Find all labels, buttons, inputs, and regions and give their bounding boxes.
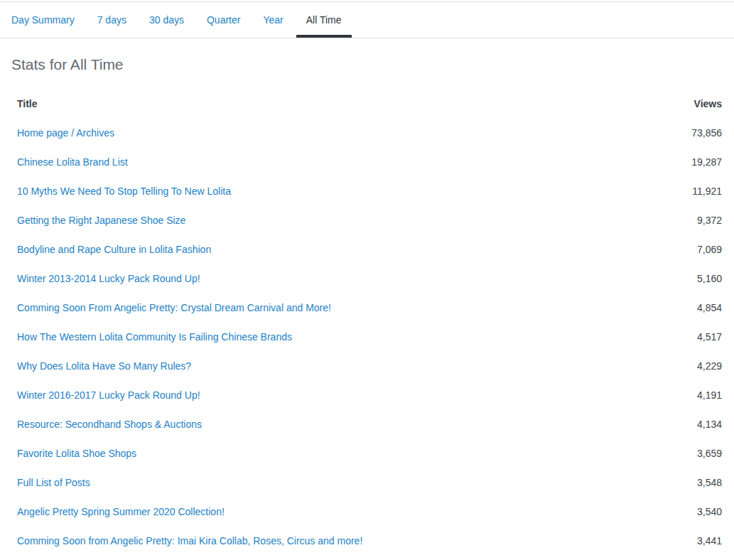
views-cell: 7,069: [649, 235, 734, 264]
column-header-title: Title: [0, 89, 649, 118]
post-title-cell: Favorite Lolita Shoe Shops: [0, 438, 649, 468]
post-title-cell: Full List of Posts: [0, 468, 649, 497]
post-title-cell: Comming Soon From Angelic Pretty: Crysta…: [0, 293, 649, 322]
tab-30-days[interactable]: 30 days: [138, 2, 195, 38]
views-cell: 4,134: [649, 409, 734, 438]
table-row: Bodyline and Rape Culture in Lolita Fash…: [0, 235, 734, 264]
views-value: 4,134: [697, 419, 722, 430]
views-value: 4,854: [697, 302, 722, 313]
table-row: Why Does Lolita Have So Many Rules?4,229: [0, 351, 734, 380]
views-value: 4,229: [697, 360, 722, 372]
post-title-cell: Winter 2016-2017 Lucky Pack Round Up!: [0, 380, 649, 409]
table-row: How The Western Lolita Community Is Fail…: [0, 322, 734, 351]
post-title-cell: Chinese Lolita Brand List: [0, 147, 649, 176]
views-cell: 73,856: [649, 118, 734, 147]
table-row: 10 Myths We Need To Stop Telling To New …: [0, 176, 734, 205]
views-cell: 11,921: [649, 176, 734, 205]
post-title-cell: Resource: Secondhand Shops & Auctions: [0, 409, 649, 438]
page-title: Stats for All Time: [11, 55, 734, 75]
table-row: Home page / Archives73,856: [0, 118, 734, 147]
table-row: Angelic Pretty Spring Summer 2020 Collec…: [0, 497, 734, 526]
tab-year[interactable]: Year: [252, 2, 294, 38]
views-cell: 3,548: [649, 468, 734, 497]
views-value: 3,441: [697, 535, 722, 546]
views-value: 19,287: [691, 156, 722, 168]
post-link[interactable]: Favorite Lolita Shoe Shops: [17, 448, 136, 459]
views-value: 3,659: [697, 448, 722, 459]
tab-day-summary[interactable]: Day Summary: [0, 2, 86, 38]
post-title-cell: Winter 2013-2014 Lucky Pack Round Up!: [0, 264, 649, 293]
post-title-cell: Bodyline and Rape Culture in Lolita Fash…: [0, 235, 649, 264]
views-cell: 4,229: [649, 351, 734, 380]
post-link[interactable]: Bodyline and Rape Culture in Lolita Fash…: [17, 244, 211, 255]
post-link[interactable]: Resource: Secondhand Shops & Auctions: [17, 419, 202, 430]
table-row: Full List of Posts3,548: [0, 468, 734, 497]
tab-all-time[interactable]: All Time: [295, 2, 353, 38]
post-link[interactable]: Getting the Right Japanese Shoe Size: [17, 215, 185, 226]
post-link[interactable]: Why Does Lolita Have So Many Rules?: [17, 360, 191, 372]
views-cell: 5,160: [649, 264, 734, 293]
post-link[interactable]: Chinese Lolita Brand List: [17, 156, 128, 168]
views-value: 9,372: [697, 215, 722, 226]
views-cell: 19,287: [649, 147, 734, 176]
tab-quarter[interactable]: Quarter: [195, 2, 252, 38]
post-link[interactable]: How The Western Lolita Community Is Fail…: [17, 331, 292, 343]
post-link[interactable]: Comming Soon from Angelic Pretty: Imai K…: [17, 535, 362, 546]
post-title-cell: 10 Myths We Need To Stop Telling To New …: [0, 176, 649, 205]
post-link[interactable]: Comming Soon From Angelic Pretty: Crysta…: [17, 302, 331, 313]
views-value: 11,921: [692, 185, 722, 197]
post-link[interactable]: 10 Myths We Need To Stop Telling To New …: [17, 185, 231, 197]
post-title-cell: Home page / Archives: [0, 118, 649, 147]
views-cell: 3,441: [649, 526, 734, 555]
table-row: Winter 2016-2017 Lucky Pack Round Up!4,1…: [0, 380, 734, 409]
table-row: Favorite Lolita Shoe Shops3,659: [0, 438, 734, 468]
views-cell: 3,659: [649, 438, 734, 468]
views-value: 5,160: [697, 273, 722, 284]
views-value: 3,540: [697, 506, 722, 517]
views-value: 7,069: [697, 244, 722, 255]
views-cell: 4,854: [649, 293, 734, 322]
stats-table: Title Views Home page / Archives73,856Ch…: [0, 89, 734, 555]
post-link[interactable]: Winter 2016-2017 Lucky Pack Round Up!: [17, 389, 200, 401]
table-row: Resource: Secondhand Shops & Auctions4,1…: [0, 409, 734, 438]
table-row: Chinese Lolita Brand List19,287: [0, 147, 734, 176]
post-title-cell: Getting the Right Japanese Shoe Size: [0, 205, 649, 235]
post-title-cell: How The Western Lolita Community Is Fail…: [0, 322, 649, 351]
table-header-row: Title Views: [0, 89, 734, 118]
column-header-views: Views: [649, 89, 734, 118]
table-row: Getting the Right Japanese Shoe Size9,37…: [0, 205, 734, 235]
post-link[interactable]: Angelic Pretty Spring Summer 2020 Collec…: [17, 506, 225, 517]
views-value: 73,856: [691, 127, 722, 139]
views-cell: 3,540: [649, 497, 734, 526]
views-cell: 4,517: [649, 322, 734, 351]
views-cell: 4,191: [649, 380, 734, 409]
post-title-cell: Angelic Pretty Spring Summer 2020 Collec…: [0, 497, 649, 526]
post-link[interactable]: Winter 2013-2014 Lucky Pack Round Up!: [17, 273, 200, 284]
views-cell: 9,372: [649, 205, 734, 235]
table-row: Comming Soon from Angelic Pretty: Imai K…: [0, 526, 734, 555]
views-value: 3,548: [697, 477, 722, 488]
tab-7-days[interactable]: 7 days: [86, 2, 138, 38]
views-value: 4,191: [697, 389, 722, 401]
post-title-cell: Comming Soon from Angelic Pretty: Imai K…: [0, 526, 649, 555]
views-value: 4,517: [697, 331, 722, 343]
post-link[interactable]: Home page / Archives: [17, 127, 114, 139]
post-title-cell: Why Does Lolita Have So Many Rules?: [0, 351, 649, 380]
table-row: Comming Soon From Angelic Pretty: Crysta…: [0, 293, 734, 322]
stats-period-tabs: Day Summary7 days30 daysQuarterYearAll T…: [0, 1, 734, 38]
post-link[interactable]: Full List of Posts: [17, 477, 90, 488]
table-row: Winter 2013-2014 Lucky Pack Round Up!5,1…: [0, 264, 734, 293]
